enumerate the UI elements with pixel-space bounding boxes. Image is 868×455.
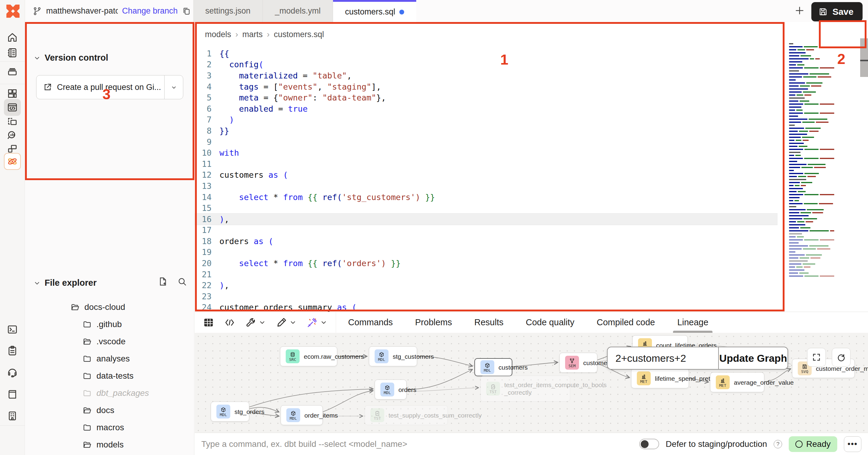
code-line-12[interactable]: 12customers as ( bbox=[195, 170, 778, 181]
breadcrumb-marts[interactable]: marts bbox=[242, 30, 263, 39]
more-options-button[interactable]: ••• bbox=[844, 436, 861, 452]
fullscreen-button[interactable] bbox=[807, 348, 826, 367]
code-line-15[interactable]: 15 bbox=[195, 202, 778, 214]
defer-toggle[interactable] bbox=[639, 439, 659, 449]
update-graph-button[interactable]: Update Graph bbox=[719, 347, 787, 369]
code-editor-icon[interactable] bbox=[4, 99, 21, 116]
editor-scrollbar[interactable] bbox=[860, 38, 868, 77]
tree-item-marts[interactable]: marts bbox=[25, 453, 194, 455]
pr-button-dropdown[interactable] bbox=[164, 76, 183, 99]
panel-tab-code-quality[interactable]: Code quality bbox=[526, 312, 574, 333]
lineage-node-customers[interactable]: MDLcustomers bbox=[474, 358, 513, 376]
tree-item-dbt_packages[interactable]: dbt_packages bbox=[25, 385, 194, 402]
book-icon[interactable] bbox=[4, 386, 21, 403]
tree-item-.github[interactable]: .github bbox=[25, 316, 194, 333]
building-icon[interactable] bbox=[4, 407, 21, 424]
code-line-6[interactable]: 6 enabled = true bbox=[195, 103, 778, 114]
change-branch-link[interactable]: Change branch bbox=[122, 6, 178, 16]
ai-wand-icon[interactable] bbox=[307, 317, 327, 328]
copy-icon[interactable] bbox=[182, 7, 191, 16]
code-line-20[interactable]: 20 select * from {{ ref('orders') }} bbox=[195, 258, 778, 269]
breadcrumb-customers.sql[interactable]: customers.sql bbox=[274, 30, 324, 39]
tab-customers.sql[interactable]: customers.sql bbox=[333, 0, 416, 22]
panel-tab-compiled-code[interactable]: Compiled code bbox=[597, 312, 655, 333]
lineage-node-test_supply_costs_sum_correctly[interactable]: TSTtest_supply_costs_sum_correctly bbox=[365, 405, 448, 425]
code-line-11[interactable]: 11 bbox=[195, 159, 778, 170]
minimap[interactable] bbox=[789, 43, 834, 312]
panel-tab-commands[interactable]: Commands bbox=[348, 312, 393, 333]
panel-tab-lineage[interactable]: Lineage bbox=[677, 312, 708, 333]
new-file-icon[interactable] bbox=[158, 277, 167, 286]
tree-item-data-tests[interactable]: data-tests bbox=[25, 367, 194, 385]
panel-tab-problems[interactable]: Problems bbox=[415, 312, 452, 333]
lineage-node-orders[interactable]: MDLorders bbox=[375, 379, 407, 399]
code-editor[interactable]: models›marts›customers.sql 1{{2 config(3… bbox=[195, 22, 868, 312]
lineage-graph[interactable]: SRCecom.raw_customersMDLstg_customersMDL… bbox=[195, 333, 868, 433]
code-view-icon[interactable] bbox=[224, 317, 235, 328]
tree-item-analyses[interactable]: analyses bbox=[25, 350, 194, 367]
lineage-node-test_order_items_compute_to_bools[interactable]: TSTtest_order_items_compute_to_bools _co… bbox=[480, 376, 570, 402]
lineage-node-stg_customers[interactable]: MDLstg_customers bbox=[369, 346, 417, 366]
format-icon[interactable] bbox=[276, 317, 297, 328]
code-line-4[interactable]: 4 tags = ["events", "staging"], bbox=[195, 81, 778, 92]
tree-item-docs[interactable]: docs bbox=[25, 402, 194, 419]
lineage-node-stg_orders[interactable]: MDLstg_orders bbox=[211, 402, 249, 422]
headset-icon[interactable] bbox=[4, 364, 21, 380]
lineage-node-lifetime_spend_pretax[interactable]: METlifetime_spend_pretax bbox=[631, 368, 689, 388]
new-tab-plus-icon[interactable] bbox=[795, 5, 805, 17]
file-explorer-header[interactable]: File explorer bbox=[34, 278, 187, 288]
panel-tab-results[interactable]: Results bbox=[474, 312, 504, 333]
code-line-21[interactable]: 21 bbox=[195, 269, 778, 280]
help-icon[interactable]: ? bbox=[774, 440, 782, 448]
code-line-16[interactable]: 16), bbox=[195, 214, 778, 225]
lineage-node-ecom.raw_customers[interactable]: SRCecom.raw_customers bbox=[280, 346, 337, 366]
code-line-22[interactable]: 22), bbox=[195, 280, 778, 291]
terminal-icon[interactable] bbox=[4, 321, 21, 338]
dbt-logo-icon[interactable] bbox=[4, 2, 22, 20]
code-line-18[interactable]: 18orders as ( bbox=[195, 236, 778, 247]
code-line-17[interactable]: 17 bbox=[195, 225, 778, 236]
line-number: 15 bbox=[195, 203, 219, 213]
lineage-node-order_items[interactable]: MDLorder_items bbox=[281, 405, 323, 425]
line-number: 4 bbox=[195, 82, 219, 91]
code-line-9[interactable]: 9 bbox=[195, 136, 778, 147]
lineage-node-customers[interactable]: SEMcustomers bbox=[559, 353, 597, 373]
code-line-1[interactable]: 1{{ bbox=[195, 48, 778, 59]
tree-item-models[interactable]: models bbox=[25, 436, 194, 453]
command-input[interactable]: Type a command, ex. dbt build --select <… bbox=[195, 439, 639, 449]
tree-item-docs-cloud[interactable]: docs-cloud bbox=[25, 298, 194, 316]
code-line-14[interactable]: 14 select * from {{ ref('stg_customers')… bbox=[195, 192, 778, 203]
code-line-10[interactable]: 10with bbox=[195, 147, 778, 159]
lineage-node-average_order_value[interactable]: METaverage_order_value bbox=[710, 372, 764, 392]
refresh-button[interactable] bbox=[832, 348, 850, 367]
search-icon[interactable] bbox=[177, 277, 187, 286]
tab-settings.json[interactable]: settings.json bbox=[193, 0, 263, 22]
build-wrench-icon[interactable] bbox=[245, 317, 266, 328]
line-number: 10 bbox=[195, 148, 219, 158]
version-control-header[interactable]: Version control bbox=[34, 53, 108, 63]
notebook-icon[interactable] bbox=[4, 45, 21, 61]
lineage-selector-input[interactable]: 2+customers+2 bbox=[608, 347, 719, 369]
tree-item-macros[interactable]: macros bbox=[25, 419, 194, 436]
folder-open-icon bbox=[83, 337, 92, 346]
code-line-2[interactable]: 2 config( bbox=[195, 59, 778, 70]
tree-item-.vscode[interactable]: .vscode bbox=[25, 333, 194, 350]
save-button[interactable]: Save bbox=[811, 2, 863, 22]
results-table-icon[interactable] bbox=[203, 317, 214, 328]
code-line-8[interactable]: 8}} bbox=[195, 125, 778, 136]
clipboard-icon[interactable] bbox=[4, 342, 21, 359]
archive-icon[interactable] bbox=[4, 63, 21, 80]
code-line-13[interactable]: 13 bbox=[195, 180, 778, 192]
code-line-19[interactable]: 19 bbox=[195, 247, 778, 258]
code-line-7[interactable]: 7 ) bbox=[195, 114, 778, 125]
code-line-5[interactable]: 5 meta = {"owner": "data-team"}, bbox=[195, 92, 778, 103]
breadcrumb-models[interactable]: models bbox=[205, 30, 231, 39]
tab-_models.yml[interactable]: _models.yml bbox=[263, 0, 333, 22]
code-line-24[interactable]: 24customer_orders_summary as ( bbox=[195, 302, 778, 313]
home-icon[interactable] bbox=[4, 29, 21, 46]
branch-name[interactable]: matthewshaver-patc bbox=[46, 6, 118, 16]
code-line-3[interactable]: 3 materialized = "table", bbox=[195, 70, 778, 81]
fullscreen-icon bbox=[812, 353, 821, 362]
atom-icon[interactable] bbox=[4, 153, 21, 170]
code-line-23[interactable]: 23 bbox=[195, 291, 778, 302]
